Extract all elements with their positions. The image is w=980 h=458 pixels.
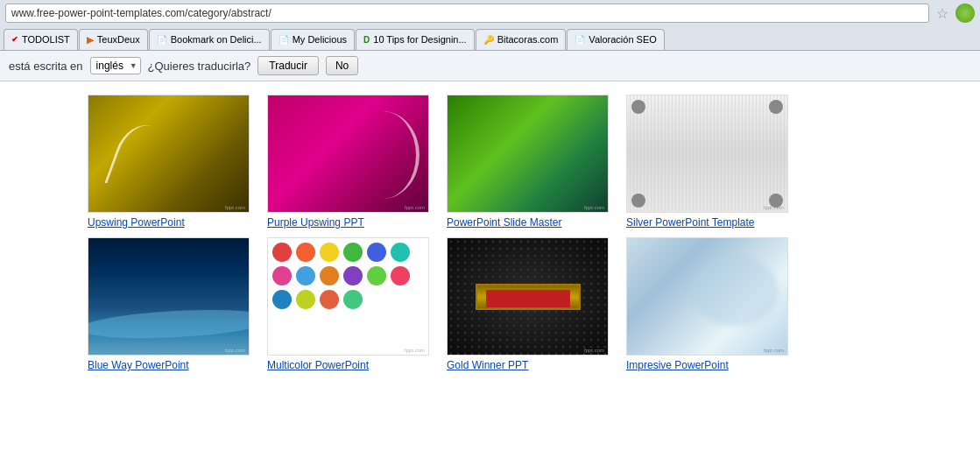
- address-bar: ☆: [0, 0, 980, 26]
- thumbnail-multicolor[interactable]: fppt.com: [267, 237, 429, 356]
- thumbnail-gold[interactable]: fppt.com: [447, 237, 609, 356]
- multicolor-dot: [343, 290, 363, 309]
- link-multicolor[interactable]: Multicolor PowerPoint: [267, 359, 429, 371]
- gallery-item-purple: fppt.com Purple Upswing PPT: [267, 95, 429, 229]
- tabs-bar: ✔ TODOLIST ▶ TeuxDeux 📄 Bookmark on Deli…: [0, 26, 980, 51]
- no-button[interactable]: No: [326, 56, 358, 75]
- link-impressive[interactable]: Impresive PowerPoint: [626, 359, 788, 371]
- link-slidemaster[interactable]: PowerPoint Slide Master: [447, 216, 609, 229]
- silver-corner-tr: [769, 100, 783, 114]
- watermark-gold: fppt.com: [584, 348, 604, 353]
- watermark-silver: fppt.com: [764, 205, 784, 210]
- translation-bar: está escrita en inglés ▼ ¿Quieres traduc…: [0, 51, 980, 81]
- gallery-item-multicolor: fppt.com Multicolor PowerPoint: [267, 237, 429, 371]
- main-content: fppt.com Upswing PowerPoint fppt.com Pur…: [0, 81, 980, 458]
- multicolor-dot: [343, 266, 363, 285]
- gallery-item-gold: fppt.com Gold Winner PPT: [447, 237, 609, 371]
- todolist-icon: ✔: [11, 35, 18, 44]
- multicolor-dot: [296, 243, 315, 262]
- multicolor-dot: [272, 243, 292, 262]
- tab-label-bookmark: Bookmark on Delici...: [171, 34, 262, 45]
- bookmark-star-icon[interactable]: ☆: [934, 5, 950, 21]
- tab-label-bitacoras: Bitacoras.com: [497, 34, 559, 45]
- multicolor-dot: [391, 266, 410, 285]
- multicolor-dot: [367, 243, 386, 262]
- thumbnail-upswing[interactable]: fppt.com: [88, 95, 250, 213]
- link-blueway[interactable]: Blue Way PowerPoint: [88, 359, 250, 371]
- tab-bitacoras[interactable]: 🔑 Bitacoras.com: [476, 29, 567, 50]
- multicolor-dot: [272, 266, 292, 285]
- tab-bookmark[interactable]: 📄 Bookmark on Delici...: [149, 29, 270, 50]
- multicolor-dot: [320, 290, 339, 309]
- tab-label-10tips: 10 Tips for Designin...: [373, 34, 466, 45]
- tab-teuxdeux[interactable]: ▶ TeuxDeux: [79, 29, 148, 50]
- mydelicious-icon: 📄: [278, 35, 289, 45]
- watermark-impressive: fppt.com: [764, 348, 784, 353]
- bitacoras-icon: 🔑: [483, 35, 494, 45]
- thumbnail-silver[interactable]: fppt.com: [626, 95, 788, 213]
- bookmark-icon: 📄: [157, 35, 167, 45]
- language-selector[interactable]: inglés ▼: [90, 57, 141, 74]
- watermark-slidemaster: fppt.com: [584, 205, 604, 210]
- tab-label-teuxdeux: TeuxDeux: [97, 34, 140, 45]
- translation-prefix: está escrita en: [9, 60, 83, 73]
- silver-corner-tl: [631, 100, 645, 114]
- watermark-blueway: fppt.com: [225, 348, 245, 353]
- tab-valoracion[interactable]: 📄 Valoración SEO: [567, 29, 664, 50]
- extension-icon[interactable]: [955, 4, 975, 23]
- extensions-area: [955, 4, 975, 23]
- thumbnail-impressive[interactable]: fppt.com: [626, 237, 788, 356]
- multicolor-dot: [367, 266, 386, 285]
- thumbnail-blueway[interactable]: fppt.com: [88, 237, 250, 356]
- thumbnail-slidemaster[interactable]: fppt.com: [447, 95, 609, 213]
- gold-bar-inner: [486, 290, 570, 307]
- translate-button[interactable]: Traducir: [257, 56, 319, 75]
- link-upswing[interactable]: Upswing PowerPoint: [88, 216, 250, 229]
- gallery-item-blueway: fppt.com Blue Way PowerPoint: [88, 237, 250, 371]
- link-silver[interactable]: Silver PowerPoint Template: [626, 216, 788, 229]
- 10tips-icon: D: [363, 35, 370, 45]
- multicolor-dot: [343, 243, 363, 262]
- translation-question: ¿Quieres traducirla?: [148, 60, 251, 73]
- language-dropdown[interactable]: inglés: [90, 57, 141, 74]
- gallery-item-slidemaster: fppt.com PowerPoint Slide Master: [447, 95, 609, 229]
- valoracion-icon: 📄: [575, 35, 585, 45]
- link-purple[interactable]: Purple Upswing PPT: [267, 216, 429, 229]
- watermark-purple: fppt.com: [405, 205, 425, 210]
- tab-label-valoracion: Valoración SEO: [589, 34, 656, 45]
- gallery-item-silver: fppt.com Silver PowerPoint Template: [626, 95, 788, 229]
- multicolor-dot: [296, 266, 315, 285]
- watermark-multicolor: fppt.com: [405, 348, 425, 353]
- link-gold[interactable]: Gold Winner PPT: [447, 359, 609, 371]
- gallery-row-1: fppt.com Upswing PowerPoint fppt.com Pur…: [88, 95, 910, 229]
- multicolor-dot: [296, 290, 315, 309]
- tab-mydelicious[interactable]: 📄 My Delicious: [271, 29, 355, 50]
- address-input[interactable]: [5, 4, 929, 23]
- tab-10tips[interactable]: D 10 Tips for Designin...: [356, 29, 475, 50]
- gallery-item-upswing: fppt.com Upswing PowerPoint: [88, 95, 250, 229]
- gold-bar: [476, 284, 581, 310]
- tab-todolist[interactable]: ✔ TODOLIST: [4, 29, 78, 50]
- multicolor-dot: [272, 290, 292, 309]
- multicolor-dot: [320, 266, 339, 285]
- thumbnail-purple[interactable]: fppt.com: [267, 95, 429, 213]
- multicolor-dot: [320, 243, 339, 262]
- gallery-row-2: fppt.com Blue Way PowerPoint fppt.com Mu…: [88, 237, 910, 371]
- watermark-upswing: fppt.com: [225, 205, 245, 210]
- teuxdeux-icon: ▶: [87, 35, 94, 45]
- tab-label-mydelicious: My Delicious: [293, 34, 347, 45]
- tab-label-todolist: TODOLIST: [22, 34, 70, 45]
- gallery-item-impressive: fppt.com Impresive PowerPoint: [626, 237, 788, 371]
- multicolor-dot: [391, 243, 410, 262]
- silver-corner-bl: [631, 194, 645, 208]
